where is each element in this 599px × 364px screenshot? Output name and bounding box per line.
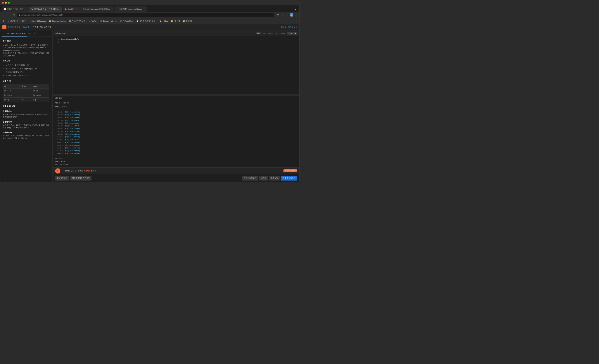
reset-button[interactable]: 초기화 [259, 176, 268, 181]
h-divider-dots [175, 95, 177, 95]
example-2-text: arr의 모든 원소는 1으로 나누어 떨어집니다. 원소를 오름차순으로 정렬… [3, 124, 49, 129]
constraints-list: arr은 자연수를 담은 배열입니다. 정수 i, j에 대해 i ≠ j 이면… [3, 64, 49, 77]
compile-options-link[interactable]: 컴파일 옵션 [288, 26, 297, 28]
theme-light[interactable]: light [262, 32, 267, 34]
tab-submissions[interactable]: 제출 내역 [27, 31, 37, 36]
bookmark-ytmusic[interactable]: 🎵 YouTube Music [119, 19, 135, 23]
problem-tabs: □ 나누어 떨어지는 숫자 배열 제출 내역 [0, 30, 52, 37]
test-result-16: 통과 (2.32ms, 73.3MB) [65, 153, 80, 155]
tab-submissions-label: 제출 내역 [28, 33, 35, 35]
test-label-13: 테스트 13 [55, 144, 63, 146]
bookmark-folder-algo[interactable]: 📁 알고리즘 [182, 19, 194, 23]
bookmark-folder-ds[interactable]: 📁 ● DS🔥 [158, 19, 169, 23]
example-2: 입출력 예#2 arr의 모든 원소는 1으로 나누어 떨어집니다. 원소를 오… [3, 121, 49, 129]
bookmark-star-icon[interactable]: ☆ [281, 13, 284, 17]
tab-close-1[interactable]: ✕ [25, 8, 27, 10]
results-tab-test[interactable]: 테스트 [62, 105, 67, 109]
ad-text: 디지털 채용 공고 전직종 보는 채용에 도전하기 [62, 170, 96, 172]
menu-icon[interactable]: ⋮ [295, 13, 298, 17]
address-bar: ← → ↻ 🔒 school.programmers.co.kr/learn/c… [0, 12, 299, 18]
ask-label: 질문하기 [57, 177, 64, 179]
extension-icon[interactable]: ⬚ [285, 13, 289, 17]
ask-button[interactable]: 질문하기 (24) [55, 176, 69, 181]
new-tab-button[interactable]: + [148, 8, 152, 12]
search-icon[interactable]: 🔍 [276, 13, 280, 17]
browser-tab-4[interactable]: ⚙ CodingTest_Java/프로그래머스... ✕ [80, 7, 114, 12]
file-tab-label: Solution.java [55, 32, 65, 34]
bookmark-label-job: 5월 채용 [174, 20, 180, 22]
tab-close-5[interactable]: ✕ [143, 8, 146, 10]
example-1-text: arr의 원소 중 5로 나누어 떨어지는 원소는 5와 10입니다. 따라서 … [3, 113, 49, 118]
tab-close-3[interactable]: ✕ [76, 8, 78, 10]
test-row-11: 테스트 11 통과 (2.78ms, 74MB) [55, 138, 297, 141]
code-editor[interactable]: 1 import java.util.*; 2 [53, 36, 299, 94]
tab-close-2[interactable]: ✕ [61, 8, 62, 10]
test-results-list: 테스트 1 통과 (2.70ms, 73.6MB) 테스트 2 통과 (2.22… [53, 110, 299, 156]
tab-close-4[interactable]: ✕ [111, 8, 113, 10]
language-select[interactable]: Java ▾ [287, 32, 297, 35]
breadcrumb-1[interactable]: 코딩테스트 연습 [8, 26, 20, 28]
close-button[interactable] [2, 2, 4, 4]
browser-tab-2[interactable]: 🔧 코딩테스트 연습 - 나누어 떨어지... ✕ [29, 7, 62, 12]
example-3: 입출력 예#3 3, 2, 6은 10으로 나누어 떨어지지 않습니다. 나누어… [3, 131, 49, 139]
breadcrumb-current: 나누어 떨어지는 숫자 배열 [32, 26, 51, 28]
maximize-button[interactable] [8, 2, 10, 4]
ytmusic-icon: 🎵 [120, 20, 122, 22]
browser-tab-1[interactable]: 📄 꿈 많은 사람의 이야기 ✕ [2, 7, 29, 12]
bookmark-notes[interactable]: 📋 내가 보려고 정리한 정... [135, 19, 158, 23]
test-label-10: 테스트 10 [55, 136, 63, 138]
row1-arr: [5, 9, 7, 10] [3, 88, 20, 93]
run-button[interactable]: 코드 실행 [269, 176, 280, 181]
browser-tab-5[interactable]: ✏ (작성중) [Programmers / Leve... ✕ [114, 7, 147, 12]
help-link[interactable]: 도움말 [281, 26, 286, 28]
submit-button[interactable]: 제출 후 채점하기 [281, 176, 297, 181]
youtube-icon: ▶ [89, 20, 90, 22]
theme-vim[interactable]: vim [275, 32, 279, 34]
address-bar-icons: 🔍 ☆ ⬚ U ⋮ [276, 13, 298, 17]
tab-label-3: ChatGPT [68, 8, 75, 10]
test-result-12: 통과 (3.14ms, 77.9MB) [65, 141, 80, 143]
results-tabs: 정확성 테스트 [53, 105, 299, 110]
test-result-9: 통과 (3.12ms, 71.3MB) [65, 133, 80, 135]
breadcrumb-2[interactable]: 연습문제 [23, 26, 29, 28]
col-header-divisor: divisor [20, 84, 32, 88]
bookmark-2[interactable]: ⚙ tony9402/baekjoo... [29, 19, 47, 23]
bookmark-youtube[interactable]: ▶ YouTube [88, 19, 99, 23]
browser-tab-3[interactable]: 🤖 ChatGPT ✕ [63, 7, 80, 12]
bookmark-label-ytmusic: YouTube Music [123, 20, 133, 22]
refresh-button[interactable]: ↻ [12, 13, 16, 17]
bookmark-3[interactable]: 📁 Git remote branch... [48, 19, 67, 23]
theme-dark[interactable]: dark [256, 32, 261, 34]
theme-emacs[interactable]: emacs [280, 32, 286, 34]
bookmark-discover[interactable]: 🌐 Discover the top s... [99, 19, 118, 23]
minimize-button[interactable] [5, 2, 7, 4]
others-solution-button[interactable]: 다른 사람의 풀이 [242, 176, 258, 181]
back-button[interactable]: ← [2, 13, 6, 17]
tabs-more-button[interactable]: ▼ [293, 8, 298, 12]
bookmark-apps[interactable]: ⊞ [2, 19, 6, 23]
example-3-text: 3, 2, 6은 10으로 나누어 떨어지지 않습니다. 나누어 떨어지는 원소… [3, 134, 49, 139]
url-text: school.programmers.co.kr/learn/courses/3… [21, 14, 65, 16]
bookmark-4[interactable]: ⌨ 커밋(commit) 날짜... [67, 19, 88, 23]
bookmark-folder-job[interactable]: 📁 5월 채용 [170, 19, 181, 23]
table-row-2: [2, 36, 1, 3] 1 [1, 2, 3, 36] [3, 93, 49, 97]
tab-problem[interactable]: □ 나누어 떨어지는 숫자 배열 [2, 31, 27, 36]
bookmarks-bar: ⊞ 🔧 코딩테스트 대비를 위... ⚙ tony9402/baekjoo...… [0, 18, 299, 24]
left-panel: □ 나누어 떨어지는 숫자 배열 제출 내역 문제 설명 array의 각 el… [0, 30, 52, 182]
test-row-2: 테스트 2 통과 (2.22ms, 76.6MB) [55, 113, 297, 116]
test-result-4: 통과 (2.22ms, 87MB) [65, 119, 79, 121]
ad-cta-button[interactable]: 채용에 도전하기 [283, 169, 297, 173]
profile-icon[interactable]: U [290, 13, 293, 17]
bookmarks-more-button[interactable]: » [295, 20, 298, 22]
theme-sublime[interactable]: sublime [267, 32, 274, 34]
bookmark-1[interactable]: 🔧 코딩테스트 대비를 위... [6, 19, 29, 23]
results-tab-accuracy[interactable]: 정확성 [55, 105, 60, 109]
code-content-2 [61, 41, 62, 44]
col-header-return: return [32, 84, 49, 88]
tab-label-2: 코딩테스트 연습 - 나누어 떨어지... [34, 8, 60, 10]
forward-button[interactable]: → [7, 13, 11, 17]
add-test-button[interactable]: 테스트 케이스 추가하기 [70, 176, 91, 181]
url-bar[interactable]: 🔒 school.programmers.co.kr/learn/courses… [17, 13, 274, 17]
test-result-5: 통과 (3.13ms, 78MB) [65, 122, 79, 124]
bookmark-label-4: 커밋(commit) 날짜... [72, 20, 86, 22]
